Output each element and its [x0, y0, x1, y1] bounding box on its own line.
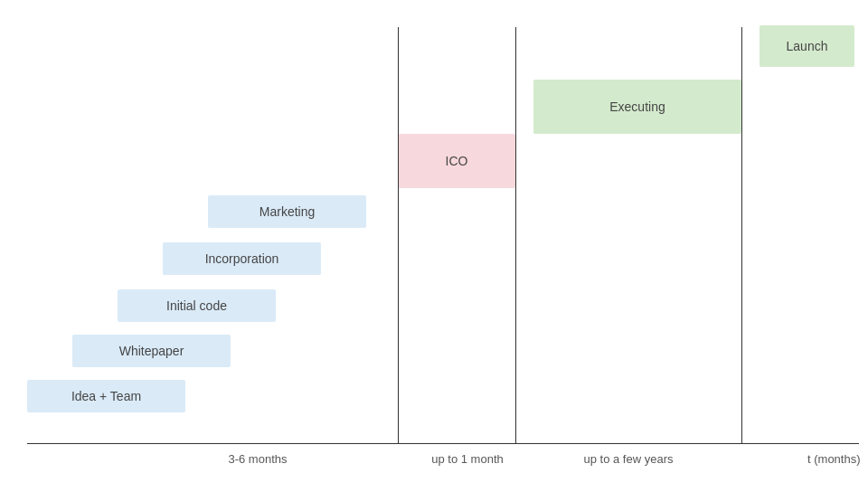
bar-idea-+-team: Idea + Team: [27, 380, 185, 412]
bar-marketing: Marketing: [208, 195, 366, 228]
vline-0: [398, 27, 399, 443]
time-label-0: 3-6 months: [167, 452, 348, 466]
bar-whitepaper: Whitepaper: [72, 335, 231, 367]
time-label-2: up to a few years: [524, 452, 732, 466]
bar-ico: ICO: [398, 134, 515, 188]
chart-container: Idea + TeamWhitepaperInitial codeIncorpo…: [0, 0, 868, 492]
time-label-1: up to 1 month: [409, 452, 526, 466]
vline-2: [741, 27, 742, 443]
axis-label: t (months): [807, 452, 861, 466]
bar-initial-code: Initial code: [118, 289, 276, 322]
axis-line: [27, 443, 859, 444]
bar-incorporation: Incorporation: [163, 242, 321, 275]
vline-1: [515, 27, 516, 443]
bar-executing: Executing: [533, 80, 741, 134]
bar-launch: Launch: [760, 25, 854, 67]
